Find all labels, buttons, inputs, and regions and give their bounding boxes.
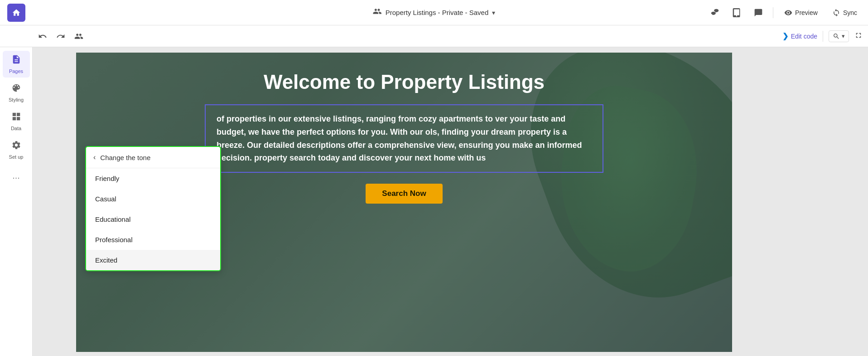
toolbar-divider — [823, 31, 823, 42]
canvas-area: Welcome to Property Listings of properti… — [33, 47, 868, 356]
top-bar-right: Preview Sync — [708, 5, 861, 20]
document-title: Property Listings - Private - Saved — [386, 9, 489, 16]
divider — [773, 7, 773, 18]
sidebar-item-setup[interactable]: Set up — [3, 137, 30, 163]
data-icon — [11, 112, 21, 124]
doc-collab-icon — [373, 7, 382, 18]
zoom-control[interactable]: ▾ — [829, 30, 849, 42]
top-bar: Property Listings - Private - Saved ▾ Pr… — [0, 0, 868, 25]
sidebar-item-data[interactable]: Data — [3, 108, 30, 135]
setup-icon — [11, 140, 21, 152]
collab2-icon[interactable] — [72, 30, 85, 43]
home-button[interactable] — [7, 4, 25, 22]
site-title: Welcome to Property Listings — [264, 71, 545, 93]
search-now-button[interactable]: Search Now — [366, 184, 442, 204]
expand-button[interactable] — [854, 31, 863, 41]
tone-item-excited[interactable]: Excited — [86, 250, 220, 270]
top-bar-center: Property Listings - Private - Saved ▾ — [373, 7, 496, 18]
left-sidebar: Pages Styling Data Set up ··· — [0, 47, 33, 356]
setup-label: Set up — [9, 154, 24, 160]
edit-code-label: Edit code — [791, 33, 817, 40]
comment-icon[interactable] — [751, 5, 766, 20]
tone-panel: ‹ Change the tone Friendly Casual Educat… — [85, 146, 221, 271]
second-bar-left — [36, 30, 85, 43]
second-bar-right: ❯ Edit code ▾ — [782, 30, 863, 42]
tone-item-professional[interactable]: Professional — [86, 229, 220, 250]
doc-title-chevron[interactable]: ▾ — [492, 9, 495, 16]
tablet-icon[interactable] — [729, 5, 744, 20]
tone-panel-title: Change the tone — [100, 154, 150, 161]
preview-button[interactable]: Preview — [781, 7, 821, 19]
sidebar-item-styling[interactable]: Styling — [3, 79, 30, 106]
data-label: Data — [11, 126, 21, 131]
sync-button[interactable]: Sync — [829, 7, 861, 19]
pages-icon — [11, 54, 21, 67]
tone-item-educational[interactable]: Educational — [86, 209, 220, 229]
collab-icon[interactable] — [708, 5, 722, 20]
edit-code-button[interactable]: ❯ Edit code — [782, 32, 817, 40]
zoom-chevron: ▾ — [842, 33, 845, 39]
styling-icon — [11, 83, 21, 95]
preview-label: Preview — [795, 9, 818, 16]
more-options-button[interactable]: ··· — [12, 172, 20, 183]
pages-label: Pages — [9, 68, 23, 74]
redo-button[interactable] — [54, 30, 67, 43]
site-body-text[interactable]: of properties in our extensive listings,… — [205, 104, 603, 173]
tone-item-friendly[interactable]: Friendly — [86, 168, 220, 189]
styling-label: Styling — [9, 97, 24, 102]
tone-item-casual[interactable]: Casual — [86, 189, 220, 209]
top-bar-left — [7, 4, 25, 22]
sidebar-item-pages[interactable]: Pages — [3, 51, 30, 78]
undo-button[interactable] — [36, 30, 49, 43]
second-toolbar: ❯ Edit code ▾ — [0, 25, 868, 47]
back-icon: ‹ — [93, 153, 96, 161]
sync-label: Sync — [843, 9, 857, 16]
tone-header[interactable]: ‹ Change the tone — [86, 147, 220, 168]
vscode-icon: ❯ — [782, 32, 788, 40]
